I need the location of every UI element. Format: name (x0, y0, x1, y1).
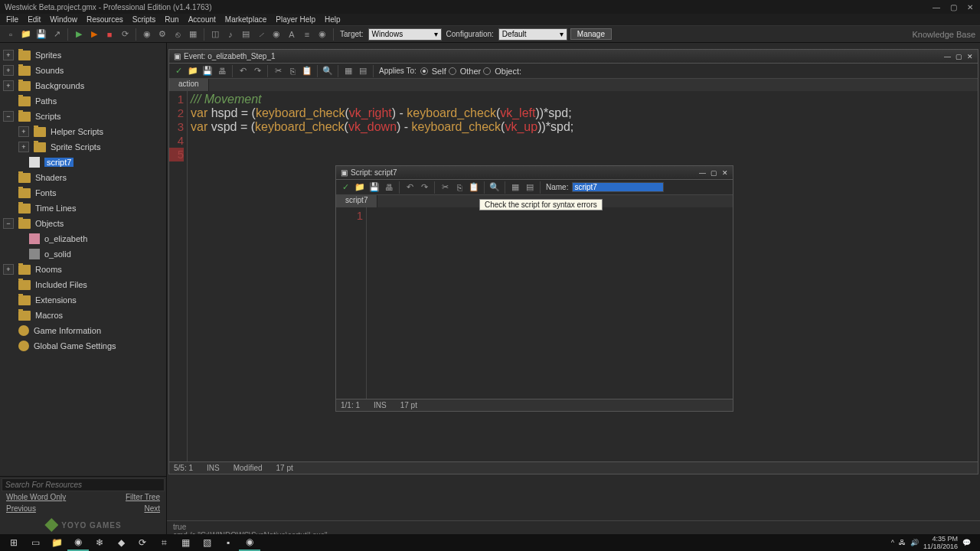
open-icon[interactable]: 📁 (187, 65, 199, 77)
bg-icon[interactable]: ▤ (240, 28, 252, 41)
tree-scripts[interactable]: −Scripts (0, 109, 166, 124)
tree-sprites[interactable]: +Sprites (0, 47, 166, 63)
tree-backgrounds[interactable]: +Backgrounds (0, 78, 166, 93)
copy-icon[interactable]: ⎘ (286, 65, 299, 77)
sprite-icon[interactable]: ◫ (209, 28, 221, 41)
app-icon[interactable]: ❄ (89, 534, 110, 551)
expand-icon[interactable]: + (3, 65, 14, 76)
open-icon[interactable]: 📁 (20, 28, 32, 41)
snippet-icon[interactable]: ▤ (524, 181, 536, 194)
tray-up-icon[interactable]: ^ (891, 539, 894, 546)
menu-file[interactable]: File (6, 15, 18, 24)
target-combo[interactable]: Windows▾ (368, 28, 442, 41)
resource-search-input[interactable] (2, 478, 165, 491)
collapse-icon[interactable]: − (3, 218, 14, 229)
menu-resources[interactable]: Resources (87, 15, 123, 24)
menu-account[interactable]: Account (188, 15, 216, 24)
code-content[interactable] (367, 207, 733, 399)
print-icon[interactable]: 🖶 (216, 65, 228, 77)
close-button[interactable]: ✕ (965, 2, 975, 11)
syntax-check-icon[interactable]: ▦ (509, 181, 521, 194)
tree-paths[interactable]: Paths (0, 93, 166, 109)
tree-extensions[interactable]: Extensions (0, 292, 166, 308)
notification-icon[interactable]: 💬 (962, 539, 971, 546)
search-next[interactable]: Next (144, 504, 160, 513)
collapse-icon[interactable]: − (3, 111, 14, 122)
menu-edit[interactable]: Edit (28, 15, 41, 24)
script-icon[interactable]: ◉ (270, 28, 283, 41)
search-prev[interactable]: Previous (6, 504, 36, 513)
knowledge-base-link[interactable]: Knowledge Base (912, 30, 975, 39)
tree-o-elizabeth[interactable]: o_elizabeth (0, 231, 166, 246)
app-icon[interactable]: ▪ (217, 534, 239, 551)
manage-button[interactable]: Manage (570, 28, 612, 40)
find-icon[interactable]: 🔍 (488, 181, 501, 194)
tree-rooms[interactable]: +Rooms (0, 262, 166, 277)
script-code-area[interactable]: 1 (336, 207, 733, 399)
tray-network-icon[interactable]: 🖧 (899, 539, 906, 546)
system-tray[interactable]: ^ 🖧 🔊 4:35 PM 11/18/2016 💬 (891, 535, 977, 550)
tree-sounds[interactable]: +Sounds (0, 63, 166, 78)
font-icon[interactable]: A (286, 28, 298, 41)
app-icon[interactable]: ▦ (175, 534, 196, 551)
tree-script7[interactable]: script7 (0, 155, 166, 170)
confirm-icon[interactable]: ✓ (172, 65, 185, 77)
timeline-icon[interactable]: ≡ (301, 28, 313, 41)
tab-action[interactable]: action (169, 79, 209, 91)
tree-gameinfo[interactable]: Game Information (0, 323, 166, 338)
link-icon[interactable]: ⎋ (172, 28, 184, 41)
redo-icon[interactable]: ↷ (418, 181, 430, 194)
close-button[interactable]: ✕ (722, 169, 728, 177)
app-icon[interactable]: ⟳ (132, 534, 153, 551)
close-button[interactable]: ✕ (967, 53, 973, 60)
menu-marketplace[interactable]: Marketplace (225, 15, 266, 24)
radio-object[interactable] (483, 67, 491, 75)
cut-icon[interactable]: ✂ (439, 181, 451, 194)
undo-icon[interactable]: ↶ (237, 65, 249, 77)
maximize-button[interactable]: ▢ (956, 53, 962, 60)
radio-other[interactable] (449, 67, 456, 75)
start-button[interactable]: ⊞ (3, 534, 24, 551)
whole-word-toggle[interactable]: Whole Word Only (6, 493, 66, 501)
paste-icon[interactable]: 📋 (468, 181, 480, 194)
save-icon[interactable]: 💾 (368, 181, 381, 194)
script-name-input[interactable] (572, 182, 664, 192)
sound-icon[interactable]: ♪ (224, 28, 237, 41)
maximize-button[interactable]: ▢ (710, 169, 717, 177)
clean-icon[interactable]: ⟳ (119, 28, 131, 41)
expand-icon[interactable]: + (3, 50, 14, 60)
tree-shaders[interactable]: Shaders (0, 170, 166, 185)
minimize-button[interactable]: — (699, 169, 706, 177)
task-view-icon[interactable]: ▭ (24, 534, 46, 551)
app-icon[interactable]: ◆ (110, 534, 132, 551)
app-icon[interactable]: ⌗ (153, 534, 175, 551)
tab-script7[interactable]: script7 (336, 195, 377, 207)
tray-volume-icon[interactable]: 🔊 (910, 539, 919, 546)
package-icon[interactable]: ▦ (187, 28, 199, 41)
script-editor-titlebar[interactable]: ▣Script: script7 — ▢ ✕ (336, 166, 733, 180)
run-icon[interactable]: ▶ (73, 28, 85, 41)
tree-macros[interactable]: Macros (0, 308, 166, 323)
debug-icon[interactable]: ▶ (88, 28, 100, 41)
new-icon[interactable]: ▫ (5, 28, 17, 41)
event-editor-titlebar[interactable]: ▣Event: o_elizabeth_Step_1 — ▢ ✕ (169, 50, 978, 64)
object-icon[interactable]: ◉ (316, 28, 328, 41)
undo-icon[interactable]: ↶ (403, 181, 416, 194)
expand-icon[interactable]: + (3, 80, 14, 91)
save-icon[interactable]: 💾 (35, 28, 47, 41)
stop-icon[interactable]: ■ (103, 28, 116, 41)
tree-objects[interactable]: −Objects (0, 216, 166, 231)
cut-icon[interactable]: ✂ (272, 65, 284, 77)
print-icon[interactable]: 🖶 (383, 181, 395, 194)
tree-fonts[interactable]: Fonts (0, 185, 166, 201)
menu-help[interactable]: Help (325, 15, 341, 24)
copy-icon[interactable]: ⎘ (453, 181, 466, 194)
maximize-button[interactable]: ▢ (948, 2, 959, 11)
expand-icon[interactable]: + (3, 264, 14, 275)
syntax-check-icon[interactable]: ▦ (342, 65, 354, 77)
redo-icon[interactable]: ↷ (251, 65, 263, 77)
file-explorer-icon[interactable]: 📁 (46, 534, 67, 551)
minimize-button[interactable]: — (931, 2, 942, 11)
tree-sprite-scripts[interactable]: +Sprite Scripts (0, 139, 166, 155)
menu-run[interactable]: Run (165, 15, 178, 24)
